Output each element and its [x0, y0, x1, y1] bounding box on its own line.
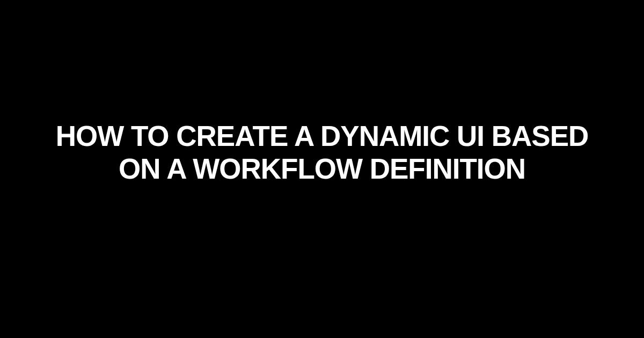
title-container: How to Create a Dynamic UI Based on a Wo…: [0, 120, 644, 186]
page-title: How to Create a Dynamic UI Based on a Wo…: [43, 120, 601, 186]
